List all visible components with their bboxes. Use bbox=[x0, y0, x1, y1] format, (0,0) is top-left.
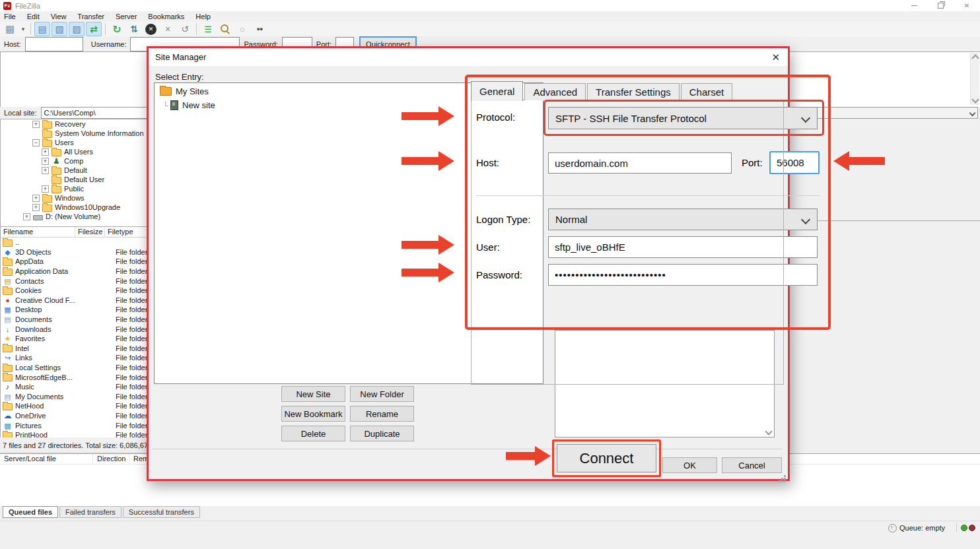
local-site-label: Local site: bbox=[4, 109, 37, 117]
tab-failed-transfers[interactable]: Failed transfers bbox=[59, 506, 122, 518]
reconnect-icon[interactable] bbox=[177, 22, 193, 36]
new-folder-button[interactable]: New Folder bbox=[350, 386, 414, 402]
status-led-green-icon bbox=[961, 525, 967, 531]
file-name: Contacts bbox=[15, 277, 85, 285]
tree-item-label: System Volume Information bbox=[55, 129, 144, 137]
menu-item[interactable]: Edit bbox=[27, 13, 40, 20]
disconnect-icon[interactable] bbox=[160, 22, 176, 36]
process-queue-icon[interactable] bbox=[126, 22, 142, 36]
site-manager-icon[interactable] bbox=[2, 22, 18, 36]
tree-elbow: └ bbox=[162, 101, 170, 110]
minimize-button[interactable] bbox=[901, 0, 927, 11]
annotation-arrow-protocol bbox=[402, 112, 438, 120]
tree-item-icon bbox=[52, 157, 61, 165]
file-type: File folder bbox=[109, 335, 147, 342]
duplicate-button[interactable]: Duplicate bbox=[350, 426, 414, 441]
restore-button[interactable] bbox=[927, 0, 954, 11]
column-filesize[interactable]: Filesize bbox=[75, 227, 105, 237]
tree-expander[interactable]: + bbox=[42, 167, 49, 174]
dialog-close-icon[interactable]: ✕ bbox=[771, 51, 780, 63]
menu-item[interactable]: Bookmarks bbox=[148, 13, 184, 20]
file-name: Local Settings bbox=[15, 364, 85, 371]
tree-expander[interactable]: + bbox=[42, 185, 49, 193]
file-name: OneDrive bbox=[15, 412, 85, 420]
toggle-message-log-icon[interactable] bbox=[34, 22, 50, 36]
new-site-button[interactable]: New Site bbox=[281, 386, 345, 402]
file-icon bbox=[3, 345, 13, 352]
tab-general[interactable]: General bbox=[471, 81, 523, 101]
tree-expander[interactable]: − bbox=[32, 139, 40, 146]
site-manager-dropdown-icon[interactable] bbox=[19, 22, 27, 36]
file-icon bbox=[3, 393, 13, 401]
ok-button[interactable]: OK bbox=[662, 457, 717, 473]
file-icon bbox=[3, 306, 13, 313]
new-bookmark-button[interactable]: New Bookmark bbox=[281, 406, 345, 422]
scroll-down-icon[interactable] bbox=[971, 96, 979, 103]
delete-button[interactable]: Delete bbox=[281, 426, 345, 441]
scroll-up-icon[interactable] bbox=[971, 54, 979, 61]
tab-queued-files[interactable]: Queued files bbox=[3, 506, 58, 518]
tree-item-icon bbox=[42, 140, 52, 147]
file-type: File folder bbox=[109, 257, 147, 265]
quickconnect-username-label: Username: bbox=[91, 40, 127, 48]
message-log-scrollbar[interactable] bbox=[970, 53, 979, 105]
column-server-local-file[interactable]: Server/Local file bbox=[0, 454, 93, 464]
bottom-tabs: Queued filesFailed transfersSuccessful t… bbox=[0, 506, 980, 518]
tree-expander[interactable]: + bbox=[42, 148, 49, 156]
file-icon bbox=[3, 259, 13, 266]
menu-item[interactable]: Transfer bbox=[77, 13, 104, 20]
filename-filters-icon[interactable] bbox=[200, 22, 216, 36]
close-button[interactable]: ✕ bbox=[954, 0, 980, 11]
refresh-icon[interactable] bbox=[109, 22, 125, 36]
tree-expander[interactable]: + bbox=[32, 195, 40, 202]
tree-item-label: Users bbox=[55, 139, 74, 146]
tab-charset[interactable]: Charset bbox=[681, 83, 733, 100]
column-filetype[interactable]: Filetype bbox=[105, 227, 151, 237]
tree-item-icon bbox=[33, 215, 43, 220]
file-name: Desktop bbox=[15, 306, 85, 313]
tab-successful-transfers[interactable]: Successful transfers bbox=[123, 506, 200, 518]
local-site-path: C:\Users\Comp\ bbox=[44, 109, 96, 117]
menu-item[interactable]: View bbox=[51, 13, 67, 20]
file-name: 3D Objects bbox=[15, 248, 85, 256]
rename-button[interactable]: Rename bbox=[350, 406, 414, 422]
column-direction[interactable]: Direction bbox=[93, 454, 129, 464]
tree-expander[interactable]: + bbox=[42, 158, 49, 165]
toggle-local-tree-icon[interactable] bbox=[52, 22, 67, 36]
tree-expander[interactable]: + bbox=[32, 121, 40, 128]
toggle-transfer-queue-icon[interactable] bbox=[86, 22, 102, 36]
tree-expander[interactable]: + bbox=[32, 204, 40, 211]
file-type: File folder bbox=[109, 296, 147, 304]
synchronized-browsing-icon[interactable] bbox=[234, 22, 250, 36]
menu-item[interactable]: Help bbox=[195, 13, 211, 20]
quickconnect-host-input[interactable] bbox=[25, 37, 83, 51]
tab-transfer-settings[interactable]: Transfer Settings bbox=[587, 83, 680, 100]
file-search-icon[interactable] bbox=[217, 22, 233, 36]
file-icon bbox=[3, 325, 13, 333]
connect-button[interactable]: Connect bbox=[557, 444, 656, 472]
directory-comparison-icon[interactable] bbox=[252, 22, 267, 36]
status-bar: Queue: empty bbox=[0, 521, 980, 549]
file-type: File folder bbox=[109, 277, 147, 285]
file-type: File folder bbox=[109, 315, 147, 323]
menu-item[interactable]: Server bbox=[116, 13, 137, 20]
scroll-down-icon bbox=[765, 428, 772, 435]
toolbar bbox=[0, 22, 980, 37]
file-icon bbox=[3, 403, 13, 410]
annotation-arrow-host bbox=[402, 157, 438, 165]
column-filename[interactable]: Filename bbox=[1, 227, 75, 237]
menu-item[interactable]: File bbox=[4, 13, 16, 20]
resize-grip[interactable] bbox=[784, 475, 786, 477]
file-name: My Documents bbox=[15, 393, 85, 401]
cancel-operation-icon[interactable] bbox=[145, 24, 157, 35]
tree-item-label: Default bbox=[64, 166, 87, 174]
tree-expander[interactable]: + bbox=[23, 213, 30, 220]
cancel-button[interactable]: Cancel bbox=[722, 457, 782, 473]
toggle-remote-tree-icon[interactable] bbox=[69, 22, 85, 36]
file-name: Downloads bbox=[15, 325, 85, 333]
folder-icon bbox=[160, 87, 172, 96]
tab-advanced[interactable]: Advanced bbox=[524, 83, 586, 100]
file-type: File folder bbox=[109, 306, 147, 313]
tree-item-icon bbox=[52, 168, 61, 175]
dialog-title: Site Manager bbox=[155, 52, 206, 62]
